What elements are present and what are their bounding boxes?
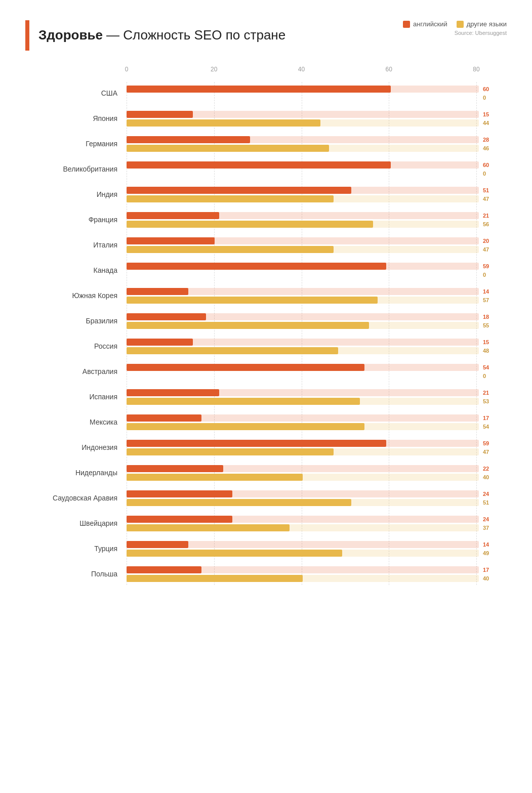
other-bar-row-empty <box>127 372 479 380</box>
country-label: Великобритания <box>25 165 127 173</box>
english-bar-row <box>127 263 479 270</box>
other-value: 47 <box>483 246 507 253</box>
other-bar-fill <box>127 423 364 430</box>
english-bar-row <box>127 339 479 346</box>
value-labels: 590 <box>479 263 507 278</box>
other-bar-row <box>127 221 479 228</box>
english-bar-fill <box>127 389 219 396</box>
other-bar-row <box>127 575 479 582</box>
country-label: Польша <box>25 570 127 578</box>
axis-label-20: 20 <box>211 66 217 73</box>
other-bar-row <box>127 550 479 557</box>
english-bar-row <box>127 187 479 194</box>
english-bar-fill <box>127 440 386 447</box>
bars-container <box>127 212 479 228</box>
value-labels: 5147 <box>479 187 507 202</box>
axis-labels: 0 20 40 60 80 <box>127 66 476 76</box>
other-value: 49 <box>483 550 507 557</box>
other-value: 53 <box>483 398 507 405</box>
value-labels: 2047 <box>479 237 507 253</box>
english-bar-row <box>127 111 479 118</box>
country-label: Турция <box>25 545 127 553</box>
value-labels: 540 <box>479 364 507 380</box>
value-labels: 2156 <box>479 212 507 228</box>
english-value: 17 <box>483 566 507 573</box>
axis-label-0: 0 <box>125 66 129 73</box>
english-bar-fill <box>127 212 219 219</box>
value-labels: 2437 <box>479 516 507 531</box>
country-label: Германия <box>25 140 127 148</box>
english-value: 18 <box>483 313 507 320</box>
other-value: 51 <box>483 499 507 506</box>
country-group: Южная Корея1457 <box>25 284 507 307</box>
value-labels: 5947 <box>479 440 507 455</box>
other-bar-row <box>127 499 479 506</box>
english-bar-row <box>127 364 479 371</box>
other-bar-fill <box>127 322 369 329</box>
other-bar-row-empty <box>127 94 479 101</box>
english-value: 21 <box>483 389 507 396</box>
value-labels: 1457 <box>479 288 507 304</box>
other-bar-fill <box>127 347 338 354</box>
bars-container <box>127 237 479 253</box>
other-bar-fill <box>127 246 334 253</box>
country-group: Швейцария2437 <box>25 512 507 534</box>
english-value: 28 <box>483 136 507 143</box>
country-label: Италия <box>25 241 127 249</box>
country-group: Испания2153 <box>25 386 507 408</box>
english-value: 60 <box>483 86 507 93</box>
value-labels: 1449 <box>479 541 507 557</box>
english-value: 20 <box>483 237 507 244</box>
value-labels: 1740 <box>479 566 507 582</box>
english-bar-row <box>127 440 479 447</box>
other-value: 46 <box>483 145 507 152</box>
english-bar-fill <box>127 111 193 118</box>
bars-container <box>127 136 479 152</box>
country-label: Австралия <box>25 367 127 375</box>
english-value: 15 <box>483 339 507 346</box>
country-group: Франция2156 <box>25 208 507 231</box>
other-bar-row <box>127 423 479 430</box>
country-group: Великобритания600 <box>25 158 507 180</box>
other-value: 47 <box>483 195 507 202</box>
other-value: 55 <box>483 322 507 329</box>
bars-container <box>127 111 479 127</box>
english-bar-row <box>127 490 479 497</box>
value-labels: 600 <box>479 161 507 177</box>
source-text: Source: Ubersuggest <box>455 30 507 36</box>
other-bar-row <box>127 448 479 455</box>
bars-container <box>127 389 479 405</box>
country-group: Турция1449 <box>25 537 507 560</box>
english-value: 14 <box>483 288 507 295</box>
english-bar-fill <box>127 313 206 320</box>
english-bar-row <box>127 389 479 396</box>
country-group: США600 <box>25 82 507 104</box>
other-value: 37 <box>483 524 507 531</box>
country-group: Индия5147 <box>25 183 507 205</box>
country-group: Бразилия1855 <box>25 310 507 332</box>
axis-label-60: 60 <box>386 66 392 73</box>
english-value: 17 <box>483 414 507 422</box>
other-value: 56 <box>483 221 507 228</box>
country-label: Южная Корея <box>25 291 127 300</box>
value-labels: 1544 <box>479 111 507 127</box>
title-block: Здоровье — Сложность SEO по стране <box>25 20 285 51</box>
english-bar-row <box>127 516 479 523</box>
english-bar-fill <box>127 566 201 573</box>
chart-area: 0 20 40 60 80 США600Япония1544Германия28… <box>25 66 507 585</box>
bars-container <box>127 313 479 329</box>
other-bar-fill <box>127 297 378 304</box>
other-bar-fill <box>127 398 360 405</box>
other-value: 44 <box>483 119 507 127</box>
english-bar-fill <box>127 414 201 422</box>
english-bar-fill <box>127 541 188 548</box>
other-bar-row <box>127 145 479 152</box>
other-bar-row-empty <box>127 170 479 177</box>
country-label: Мексика <box>25 418 127 426</box>
other-value: 40 <box>483 474 507 481</box>
country-group: Польша1740 <box>25 563 507 585</box>
other-bar-fill <box>127 195 334 202</box>
country-label: Нидерланды <box>25 469 127 477</box>
english-bar-fill <box>127 136 250 143</box>
other-bar-fill <box>127 499 351 506</box>
